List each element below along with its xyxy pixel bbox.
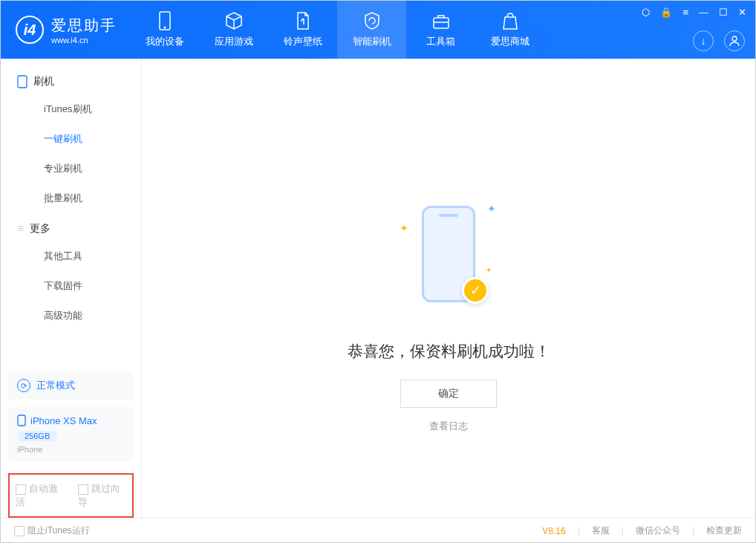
- device-mode-label: 正常模式: [36, 379, 75, 392]
- options-highlight-box: 自动激活 跳过向导: [8, 473, 134, 518]
- customer-service-link[interactable]: 客服: [592, 524, 610, 537]
- tshirt-icon[interactable]: ⬡: [642, 7, 650, 18]
- device-info-box[interactable]: iPhone XS Max 256GB iPhone: [8, 407, 134, 461]
- app-header: i4 爱思助手 www.i4.cn 我的设备 应用游戏 铃声壁纸 智能刷机 工具…: [1, 1, 755, 59]
- nav-store[interactable]: 爱思商城: [475, 1, 544, 59]
- brand-name: 爱思助手: [51, 16, 117, 36]
- skip-guide-checkbox[interactable]: 跳过向导: [78, 482, 127, 509]
- status-bar: 阻止iTunes运行 V8.16 | 客服 | 微信公众号 | 检查更新: [1, 518, 755, 543]
- svg-point-3: [732, 36, 737, 41]
- success-illustration: ✦ ✦ ✦ ✓: [404, 200, 493, 319]
- main-content: ✦ ✦ ✦ ✓ 恭喜您，保资料刷机成功啦！ 确定 查看日志: [142, 59, 755, 518]
- header-actions: ↓: [693, 30, 745, 51]
- sidebar-group-flash: 刷机: [1, 66, 141, 94]
- sparkle-icon: ✦: [487, 203, 496, 215]
- svg-point-1: [163, 27, 166, 29]
- nav-label: 我的设备: [146, 35, 184, 48]
- sidebar-item-download-firmware[interactable]: 下载固件: [1, 271, 141, 301]
- nav-toolbox[interactable]: 工具箱: [406, 1, 475, 59]
- sidebar-item-oneclick-flash[interactable]: 一键刷机: [1, 124, 141, 154]
- close-button[interactable]: ✕: [738, 7, 746, 18]
- success-message: 恭喜您，保资料刷机成功啦！: [142, 341, 755, 362]
- nav-label: 智能刷机: [353, 35, 391, 48]
- svg-rect-2: [434, 18, 449, 28]
- version-label: V8.16: [542, 526, 565, 536]
- brand-site: www.i4.cn: [51, 36, 117, 45]
- device-capacity-badge: 256GB: [17, 431, 57, 441]
- window-controls: ⬡ 🔒 ≡ — ☐ ✕: [642, 7, 746, 18]
- nav-ringtone-wallpaper[interactable]: 铃声壁纸: [268, 1, 337, 59]
- sidebar-group-more: ≡ 更多: [1, 213, 141, 241]
- view-log-link[interactable]: 查看日志: [142, 420, 755, 433]
- sidebar-item-advanced[interactable]: 高级功能: [1, 301, 141, 331]
- wechat-link[interactable]: 微信公众号: [636, 524, 680, 537]
- check-icon: ✓: [462, 277, 489, 304]
- block-itunes-checkbox[interactable]: 阻止iTunes运行: [14, 524, 90, 537]
- music-file-icon: [293, 11, 313, 30]
- toolbox-icon: [431, 11, 451, 30]
- device-name-label: iPhone XS Max: [30, 415, 97, 426]
- auto-activate-checkbox[interactable]: 自动激活: [16, 482, 65, 509]
- user-button[interactable]: [724, 30, 745, 51]
- nav-apps-games[interactable]: 应用游戏: [199, 1, 268, 59]
- device-type-label: iPhone: [17, 445, 125, 454]
- sidebar-item-itunes-flash[interactable]: iTunes刷机: [1, 94, 141, 124]
- download-button[interactable]: ↓: [693, 30, 714, 51]
- minimize-button[interactable]: —: [699, 7, 708, 18]
- cube-icon: [224, 11, 244, 30]
- list-icon: ≡: [17, 222, 24, 235]
- logo: i4 爱思助手 www.i4.cn: [1, 16, 130, 45]
- sparkle-icon: ✦: [486, 266, 492, 274]
- svg-rect-5: [18, 415, 25, 426]
- refresh-icon: ⟳: [17, 379, 30, 392]
- nav-label: 应用游戏: [215, 35, 253, 48]
- nav-label: 工具箱: [426, 35, 455, 48]
- main-nav: 我的设备 应用游戏 铃声壁纸 智能刷机 工具箱 爱思商城: [130, 1, 544, 59]
- lock-icon[interactable]: 🔒: [660, 7, 672, 18]
- shield-refresh-icon: [362, 11, 382, 30]
- nav-my-device[interactable]: 我的设备: [130, 1, 199, 59]
- separator: |: [578, 526, 580, 536]
- phone-icon: [17, 414, 26, 426]
- sidebar-group-label: 刷机: [33, 75, 54, 88]
- phone-icon: [17, 75, 27, 88]
- svg-rect-4: [18, 76, 27, 88]
- ok-button[interactable]: 确定: [400, 380, 497, 408]
- bag-icon: [501, 11, 520, 30]
- device-mode-box[interactable]: ⟳ 正常模式: [8, 371, 134, 400]
- separator: |: [692, 526, 694, 536]
- check-update-link[interactable]: 检查更新: [706, 524, 742, 537]
- sidebar-item-pro-flash[interactable]: 专业刷机: [1, 154, 141, 183]
- sidebar-item-batch-flash[interactable]: 批量刷机: [1, 183, 141, 213]
- sidebar: 刷机 iTunes刷机 一键刷机 专业刷机 批量刷机 ≡ 更多 其他工具 下载固…: [1, 59, 142, 518]
- nav-smart-flash[interactable]: 智能刷机: [337, 1, 406, 59]
- maximize-button[interactable]: ☐: [719, 7, 728, 18]
- sparkle-icon: ✦: [400, 222, 408, 234]
- nav-label: 爱思商城: [491, 35, 529, 48]
- device-icon: [155, 11, 175, 30]
- menu-icon[interactable]: ≡: [682, 7, 688, 18]
- separator: |: [622, 526, 624, 536]
- nav-label: 铃声壁纸: [284, 35, 322, 48]
- logo-icon: i4: [16, 16, 44, 44]
- sidebar-item-other-tools[interactable]: 其他工具: [1, 241, 141, 271]
- sidebar-group-label: 更多: [30, 222, 50, 235]
- checkbox-label: 阻止iTunes运行: [27, 525, 90, 536]
